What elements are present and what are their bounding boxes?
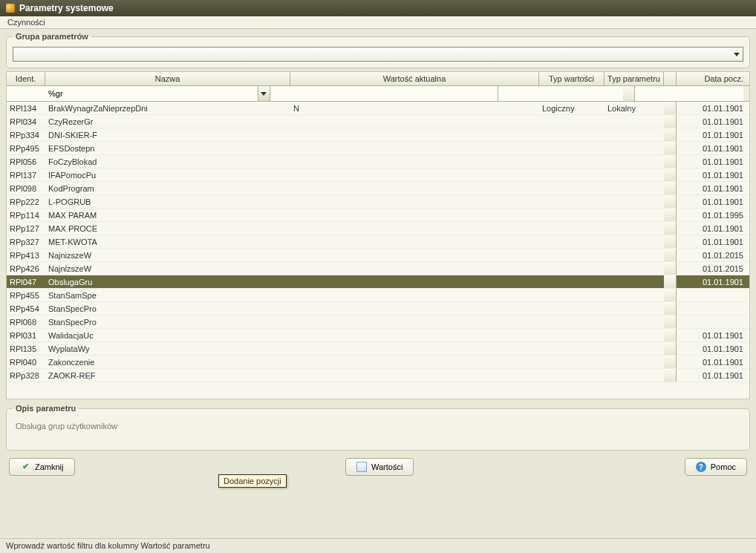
check-icon: ✔ bbox=[20, 462, 30, 472]
grid-header-row: Ident. Nazwa Wartość aktualna Typ wartoś… bbox=[7, 72, 749, 86]
cell: 01.01.1901 bbox=[677, 342, 749, 355]
table-row[interactable]: RPl056FoCzyBlokad01.01.1901 bbox=[7, 155, 749, 168]
table-row[interactable]: RPp495EFSDostepn01.01.1901 bbox=[7, 142, 749, 155]
table-row[interactable]: RPp222L-POGRUB01.01.1901 bbox=[7, 195, 749, 209]
cell bbox=[290, 222, 539, 235]
table-row[interactable]: RPl098KodProgram01.01.1901 bbox=[7, 182, 749, 195]
col-data[interactable]: Data pocz. bbox=[677, 72, 749, 85]
cell bbox=[290, 289, 539, 301]
table-row[interactable]: RPp327MET-KWOTA01.01.1901 bbox=[7, 235, 749, 249]
group-parameters-combo[interactable] bbox=[13, 47, 743, 62]
cell bbox=[290, 128, 539, 141]
table-row[interactable]: RPl047ObslugaGru01.01.1901 bbox=[7, 275, 749, 289]
cell bbox=[539, 168, 605, 181]
table-row[interactable]: RPp328ZAOKR-REF01.01.1901 bbox=[7, 369, 749, 382]
col-ident[interactable]: Ident. bbox=[7, 72, 45, 85]
cell: 01.01.1901 bbox=[677, 142, 749, 154]
cell: StanSpecPro bbox=[45, 302, 290, 315]
cell: 01.01.1901 bbox=[677, 329, 749, 341]
cell bbox=[605, 168, 664, 181]
table-row[interactable]: RPl134BrakWynagrZaNieprzepDniNLogicznyLo… bbox=[7, 102, 749, 115]
cell: Lokalny bbox=[605, 102, 664, 114]
cell bbox=[677, 302, 749, 315]
cell: RPp114 bbox=[7, 209, 45, 221]
cell bbox=[290, 275, 539, 288]
cell: RPp222 bbox=[7, 195, 45, 208]
col-typ-wartosci[interactable]: Typ wartości bbox=[539, 72, 605, 85]
cell bbox=[664, 128, 677, 141]
cell bbox=[664, 235, 677, 248]
cell bbox=[605, 302, 664, 315]
cell: 01.01.1901 bbox=[677, 128, 749, 141]
cell bbox=[605, 289, 664, 301]
zamknij-button[interactable]: ✔ Zamknij bbox=[9, 458, 75, 476]
filter-wartosc-input[interactable] bbox=[270, 86, 498, 101]
cell bbox=[539, 356, 605, 368]
cell: 01.01.1901 bbox=[677, 115, 749, 128]
cell: KodProgram bbox=[45, 182, 290, 194]
col-nazwa[interactable]: Nazwa bbox=[45, 72, 290, 85]
cell bbox=[664, 195, 677, 208]
table-row[interactable]: RPl034CzyRezerGr01.01.1901 bbox=[7, 115, 749, 128]
cell bbox=[539, 155, 605, 168]
table-row[interactable]: RPp413NajnizszeW01.01.2015 bbox=[7, 249, 749, 262]
wartosci-button[interactable]: Wartości bbox=[345, 458, 414, 476]
cell bbox=[539, 235, 605, 248]
cell: 01.01.1901 bbox=[677, 182, 749, 194]
filter-nazwa-dd[interactable] bbox=[258, 86, 270, 101]
cell: Logiczny bbox=[539, 102, 605, 114]
chevron-down-icon bbox=[734, 53, 740, 56]
cell: N bbox=[290, 102, 539, 114]
table-row[interactable]: RPp426NajnizszeW01.01.2015 bbox=[7, 262, 749, 275]
table-row[interactable]: RPp114MAX PARAM01.01.1995 bbox=[7, 209, 749, 222]
cell: Zakonczenie bbox=[45, 356, 290, 368]
app-icon bbox=[6, 4, 15, 13]
cell bbox=[290, 329, 539, 341]
zamknij-label: Zamknij bbox=[35, 462, 64, 471]
chevron-down-icon bbox=[261, 92, 267, 96]
cell: RPp455 bbox=[7, 289, 45, 301]
cell bbox=[664, 329, 677, 341]
main-bottom-buttons: ✔ Zamknij Wartości ? Pomoc bbox=[0, 454, 756, 480]
cell bbox=[290, 356, 539, 368]
table-row[interactable]: RPp454StanSpecPro bbox=[7, 302, 749, 315]
cell: RPp327 bbox=[7, 235, 45, 248]
cell bbox=[664, 222, 677, 235]
grid-body[interactable]: RPl134BrakWynagrZaNieprzepDniNLogicznyLo… bbox=[7, 102, 749, 399]
pomoc-button[interactable]: ? Pomoc bbox=[685, 458, 747, 476]
cell: StanSpecPro bbox=[45, 315, 290, 328]
col-wartosc[interactable]: Wartość aktualna bbox=[290, 72, 539, 85]
table-row[interactable]: RPp455StanSamSpe bbox=[7, 289, 749, 302]
col-typ-parametru[interactable]: Typ parametru bbox=[605, 72, 664, 85]
cell: NajnizszeW bbox=[45, 249, 290, 261]
cell: WyplataWy bbox=[45, 342, 290, 355]
cell: RPl098 bbox=[7, 182, 45, 194]
table-row[interactable]: RPp334DNI-SKIER-F01.01.1901 bbox=[7, 128, 749, 142]
filter-data-input[interactable] bbox=[635, 86, 743, 101]
table-row[interactable]: RPl031WalidacjaUc01.01.1901 bbox=[7, 329, 749, 342]
cell bbox=[539, 195, 605, 208]
filter-typw bbox=[498, 86, 564, 101]
filter-nazwa-input[interactable] bbox=[45, 86, 258, 101]
table-row[interactable]: RPl068StanSpecPro bbox=[7, 315, 749, 329]
cell: MAX PROCE bbox=[45, 222, 290, 235]
cell: CzyRezerGr bbox=[45, 115, 290, 128]
cell: RPp454 bbox=[7, 302, 45, 315]
table-row[interactable]: RPl040Zakonczenie01.01.1901 bbox=[7, 356, 749, 369]
table-row[interactable]: RPl135WyplataWy01.01.1901 bbox=[7, 342, 749, 356]
menu-czynnosci[interactable]: Czynności bbox=[7, 18, 45, 27]
cell bbox=[290, 262, 539, 275]
cell bbox=[664, 275, 677, 288]
filter-scroll-gap bbox=[623, 86, 635, 101]
cell bbox=[664, 315, 677, 328]
document-icon bbox=[356, 462, 367, 472]
cell: RPl034 bbox=[7, 115, 45, 128]
table-row[interactable]: RPl137IFAPomocPu01.01.1901 bbox=[7, 168, 749, 182]
cell bbox=[664, 168, 677, 181]
param-desc-fieldset: Opis parametru Obsługa grup użytkowników bbox=[6, 404, 750, 451]
cell bbox=[677, 289, 749, 301]
table-row[interactable]: RPp127MAX PROCE01.01.1901 bbox=[7, 222, 749, 235]
cell bbox=[605, 329, 664, 341]
cell bbox=[539, 289, 605, 301]
cell: RPp413 bbox=[7, 249, 45, 261]
